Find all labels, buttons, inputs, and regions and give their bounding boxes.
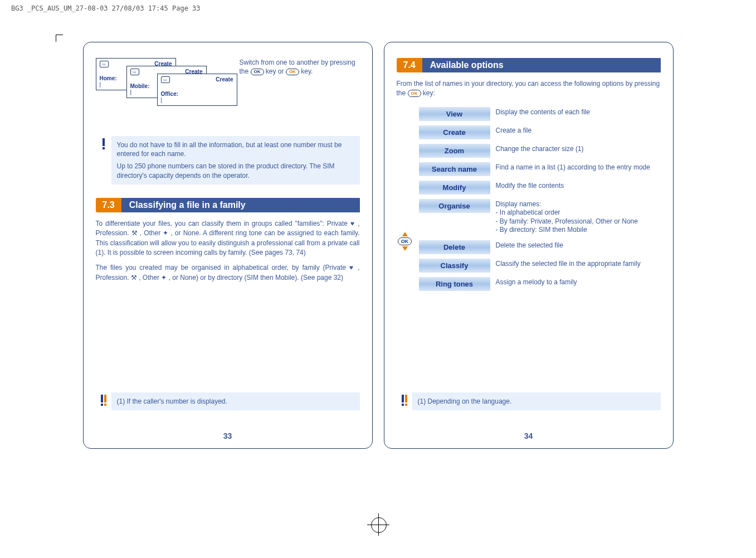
page-number: 34 [384, 431, 673, 440]
card-title: Create [216, 76, 233, 83]
option-label: Zoom [419, 144, 490, 158]
option-label: Create [419, 125, 490, 139]
registration-circle [371, 517, 387, 533]
exclaim-icon-blue [402, 395, 404, 402]
crop-mark [56, 35, 63, 42]
ok-key-icon: OK [251, 69, 264, 76]
page-right: 7.4 Available options From the list of n… [384, 42, 674, 449]
section-header: 7.3 Classifying a file in a family [96, 198, 360, 212]
option-row: Ring tonesAssign a melody to a family [419, 277, 661, 291]
directory-icon: ▭ [100, 61, 109, 67]
cursor: | [161, 97, 233, 103]
options-table: OK ViewDisplay the contents of each file… [397, 107, 661, 295]
directory-icon: ▭ [130, 69, 139, 75]
text: From the list of names in your directory… [397, 80, 660, 97]
note-p1: You do not have to fill in all the infor… [117, 140, 354, 158]
footnote-text: (1) Depending on the language. [412, 392, 661, 410]
ok-key-icon-orange: OK [286, 69, 299, 76]
exclaim-icon [103, 138, 105, 146]
options-rows: ViewDisplay the contents of each file Cr… [419, 107, 661, 295]
option-desc: Delete the selected file [490, 240, 563, 251]
body-paragraph-1: To differentiate your files, you can cla… [96, 219, 360, 258]
registration-mark [367, 513, 389, 536]
arrow-down-icon [402, 246, 408, 251]
option-row: DeleteDelete the selected file [419, 240, 661, 254]
arrow-up-icon [402, 232, 408, 236]
option-label: Modify [419, 181, 490, 195]
note-left-bar [96, 136, 111, 185]
text: key or [266, 67, 286, 75]
text: key: [423, 89, 435, 97]
option-label: Search name [419, 162, 490, 176]
option-row: ViewDisplay the contents of each file [419, 107, 661, 121]
footnote-box: (1) If the caller's number is displayed. [96, 392, 360, 410]
options-intro: From the list of names in your directory… [397, 79, 661, 98]
option-row: ClassifyClassify the selected file in th… [419, 259, 661, 273]
note-p2: Up to 250 phone numbers can be stored in… [117, 162, 354, 179]
card-office: ▭ Create Office: | [157, 74, 237, 106]
option-desc: Display names: - In alphabetical order -… [490, 199, 638, 236]
section-number: 7.3 [96, 198, 121, 212]
option-desc: Find a name in a list (1) according to t… [490, 162, 650, 173]
pdf-header-info: BG3 _PCS_AUS_UM_27-08-03 27/08/03 17:45 … [11, 4, 201, 12]
section-header: 7.4 Available options [397, 58, 661, 72]
page-number: 33 [84, 431, 372, 440]
option-label: Classify [419, 259, 490, 273]
nav-key-indicator: OK [397, 107, 413, 295]
directory-icon: ▭ [161, 76, 170, 83]
option-row: ZoomChange the character size (1) [419, 144, 661, 158]
option-row: ModifyModify the file contents [419, 181, 661, 195]
page-left: ▭ Create Home: | ▭ Create Mobile: | ▭ Cr… [83, 42, 373, 449]
option-label: View [419, 107, 490, 121]
note-left-bar [96, 392, 111, 410]
note-box: You do not have to fill in all the infor… [96, 136, 360, 185]
note-body: You do not have to fill in all the infor… [111, 136, 360, 185]
option-desc: Create a file [490, 125, 532, 137]
option-desc: Classify the selected file in the approp… [490, 259, 641, 270]
exclaim-icon-orange [405, 395, 407, 402]
option-label: Delete [419, 240, 490, 254]
switch-instructions: Switch from one to another by pressing t… [240, 58, 360, 76]
note-left-bar [397, 392, 412, 410]
option-row: OrganiseDisplay names: - In alphabetical… [419, 199, 661, 236]
footnote-box: (1) Depending on the language. [397, 392, 661, 410]
ok-key-icon: OK [398, 237, 412, 245]
option-label: Ring tones [419, 277, 490, 291]
option-desc: Display the contents of each file [490, 107, 590, 118]
page-spread: ▭ Create Home: | ▭ Create Mobile: | ▭ Cr… [0, 0, 756, 449]
option-desc: Change the character size (1) [490, 144, 584, 155]
option-label: Organise [419, 199, 490, 213]
section-title: Classifying a file in a family [121, 198, 360, 212]
option-row: Search nameFind a name in a list (1) acc… [419, 162, 661, 176]
option-desc: Modify the file contents [490, 181, 564, 192]
exclaim-icon-blue [101, 395, 103, 402]
section-title: Available options [422, 58, 661, 72]
card-label: Office: [161, 91, 233, 97]
body-paragraph-2: The files you created may be organised i… [96, 263, 360, 283]
footnote-text: (1) If the caller's number is displayed. [111, 392, 360, 410]
option-row: CreateCreate a file [419, 125, 661, 139]
ok-key-icon-orange: OK [408, 90, 421, 97]
exclaim-icon-orange [104, 395, 106, 402]
section-number: 7.4 [397, 58, 422, 72]
option-desc: Assign a melody to a family [490, 277, 577, 288]
text: key. [301, 67, 313, 75]
